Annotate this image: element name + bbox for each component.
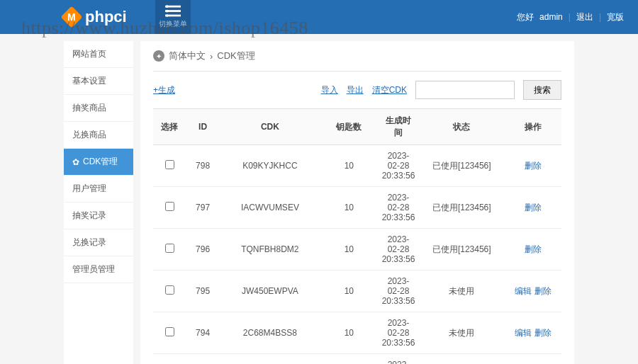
sidebar-item-label: 兑换商品 xyxy=(72,129,106,141)
cell-status: 已使用[123456] xyxy=(419,145,504,187)
toolbar: +生成 导入 导出 清空CDK 搜索 xyxy=(153,72,561,108)
cell-ops: 删除 xyxy=(504,229,561,271)
cell-id: 797 xyxy=(186,187,219,229)
col-select: 选择 xyxy=(153,109,186,145)
cell-created: 2023-02-28 20:33:56 xyxy=(378,312,420,354)
sidebar-item-2[interactable]: 抽奖商品 xyxy=(64,95,133,122)
cell-ops: 删除 xyxy=(504,187,561,229)
sidebar-item-label: 兑换记录 xyxy=(72,237,106,249)
breadcrumb-root[interactable]: 简体中文 xyxy=(169,50,206,62)
main-panel: ✦ 简体中文 › CDK管理 +生成 导入 导出 清空CDK 搜索 选择 ID … xyxy=(140,41,574,364)
logo[interactable]: M phpci xyxy=(64,8,127,26)
cell-keys: 10 xyxy=(320,145,378,187)
table-row: 797IACWVUMSEV102023-02-28 20:33:56已使用[12… xyxy=(153,187,561,229)
menu-toggle-label: 切换菜单 xyxy=(159,19,187,29)
edit-link[interactable]: 编辑 xyxy=(515,328,532,338)
delete-link[interactable]: 删除 xyxy=(535,286,552,296)
cell-status: 未使用 xyxy=(419,271,504,312)
cell-status: 已使用[123456] xyxy=(419,229,504,271)
sidebar-item-label: 抽奖商品 xyxy=(72,102,106,114)
cell-created: 2023-02-28 20:33:56 xyxy=(378,354,420,365)
cell-ops: 编辑删除 xyxy=(504,354,561,365)
cell-keys: 10 xyxy=(320,271,378,312)
delete-link[interactable]: 删除 xyxy=(535,328,552,338)
cell-status: 未使用 xyxy=(419,354,504,365)
col-ops: 操作 xyxy=(504,109,561,145)
sidebar-item-6[interactable]: 抽奖记录 xyxy=(64,203,133,229)
sidebar: 网站首页基本设置抽奖商品兑换商品✿CDK管理用户管理抽奖记录兑换记录管理员管理 … xyxy=(64,41,133,364)
menu-toggle-button[interactable]: 切换菜单 xyxy=(155,0,191,34)
table-row: 796TQNFBH8DM2102023-02-28 20:33:56已使用[12… xyxy=(153,229,561,271)
delete-link[interactable]: 删除 xyxy=(525,161,542,171)
delete-link[interactable]: 删除 xyxy=(525,244,542,254)
theme-link[interactable]: 宽版 xyxy=(607,11,624,23)
sidebar-item-7[interactable]: 兑换记录 xyxy=(64,229,133,256)
col-status: 状态 xyxy=(419,109,504,145)
sidebar-item-8[interactable]: 管理员管理 xyxy=(64,256,133,283)
cell-id: 796 xyxy=(186,229,219,271)
globe-icon: ✦ xyxy=(153,50,164,62)
search-button[interactable]: 搜索 xyxy=(523,80,561,100)
gear-icon: ✿ xyxy=(72,157,79,167)
table-row: 795JW450EWPVA102023-02-28 20:33:56未使用编辑删… xyxy=(153,271,561,312)
col-created: 生成时间 xyxy=(378,109,420,145)
sidebar-item-label: 用户管理 xyxy=(72,183,106,195)
search-input[interactable] xyxy=(415,81,515,99)
sidebar-item-label: 网站首页 xyxy=(72,48,106,60)
main-container: 网站首页基本设置抽奖商品兑换商品✿CDK管理用户管理抽奖记录兑换记录管理员管理 … xyxy=(0,34,638,364)
cell-created: 2023-02-28 20:33:56 xyxy=(378,271,420,312)
logo-icon: M xyxy=(60,6,82,28)
breadcrumb: ✦ 简体中文 › CDK管理 xyxy=(153,50,561,72)
greeting-label: 您好 xyxy=(517,11,534,23)
cell-keys: 10 xyxy=(320,229,378,271)
col-cdk: CDK xyxy=(220,109,320,145)
export-link[interactable]: 导出 xyxy=(347,84,364,96)
cell-cdk: TQNFBH8DM2 xyxy=(220,229,320,271)
cell-id: 798 xyxy=(186,145,219,187)
row-checkbox[interactable] xyxy=(165,244,174,253)
cell-cdk: N8R04S7HFB xyxy=(220,354,320,365)
edit-link[interactable]: 编辑 xyxy=(515,286,532,296)
sidebar-item-3[interactable]: 兑换商品 xyxy=(64,122,133,149)
sidebar-item-1[interactable]: 基本设置 xyxy=(64,68,133,95)
cell-cdk: JW450EWPVA xyxy=(220,271,320,312)
sidebar-item-0[interactable]: 网站首页 xyxy=(64,41,133,68)
logo-text: phpci xyxy=(85,8,127,26)
breadcrumb-separator: › xyxy=(210,51,213,62)
delete-link[interactable]: 删除 xyxy=(525,203,542,212)
cell-id: 794 xyxy=(186,312,219,354)
header-separator: | xyxy=(599,12,601,22)
clear-cdk-link[interactable]: 清空CDK xyxy=(372,84,407,96)
cell-created: 2023-02-28 20:33:56 xyxy=(378,187,420,229)
generate-link[interactable]: +生成 xyxy=(153,84,175,96)
cell-status: 未使用 xyxy=(419,312,504,354)
svg-point-3 xyxy=(166,5,169,8)
cell-ops: 编辑删除 xyxy=(504,271,561,312)
header-user-area: 您好 admin | 退出 | 宽版 xyxy=(517,11,624,23)
cell-id: 795 xyxy=(186,271,219,312)
sidebar-item-label: 管理员管理 xyxy=(72,263,115,275)
row-checkbox[interactable] xyxy=(165,285,174,295)
cell-status: 已使用[123456] xyxy=(419,187,504,229)
sidebar-item-label: CDK管理 xyxy=(83,156,118,168)
header-separator: | xyxy=(569,12,571,22)
table-row: 798K09KYJKHCC102023-02-28 20:33:56已使用[12… xyxy=(153,145,561,187)
breadcrumb-current: CDK管理 xyxy=(217,50,254,62)
cell-created: 2023-02-28 20:33:56 xyxy=(378,229,420,271)
logout-link[interactable]: 退出 xyxy=(576,11,593,23)
table-row: 7942C68M4BSS8102023-02-28 20:33:56未使用编辑删… xyxy=(153,312,561,354)
cdk-table: 选择 ID CDK 钥匙数 生成时间 状态 操作 798K09KYJKHCC10… xyxy=(153,108,561,364)
sidebar-item-4[interactable]: ✿CDK管理 xyxy=(64,149,133,176)
table-row: 793N8R04S7HFB102023-02-28 20:33:56未使用编辑删… xyxy=(153,354,561,365)
import-link[interactable]: 导入 xyxy=(321,84,338,96)
top-header: M phpci 切换菜单 您好 admin | 退出 | 宽版 xyxy=(0,0,638,34)
col-id: ID xyxy=(186,109,219,145)
row-checkbox[interactable] xyxy=(165,160,174,169)
cell-keys: 10 xyxy=(320,312,378,354)
row-checkbox[interactable] xyxy=(165,327,174,336)
row-checkbox[interactable] xyxy=(165,202,174,211)
sidebar-item-5[interactable]: 用户管理 xyxy=(64,176,133,203)
username-link[interactable]: admin xyxy=(539,12,563,22)
cell-cdk: 2C68M4BSS8 xyxy=(220,312,320,354)
cell-id: 793 xyxy=(186,354,219,365)
